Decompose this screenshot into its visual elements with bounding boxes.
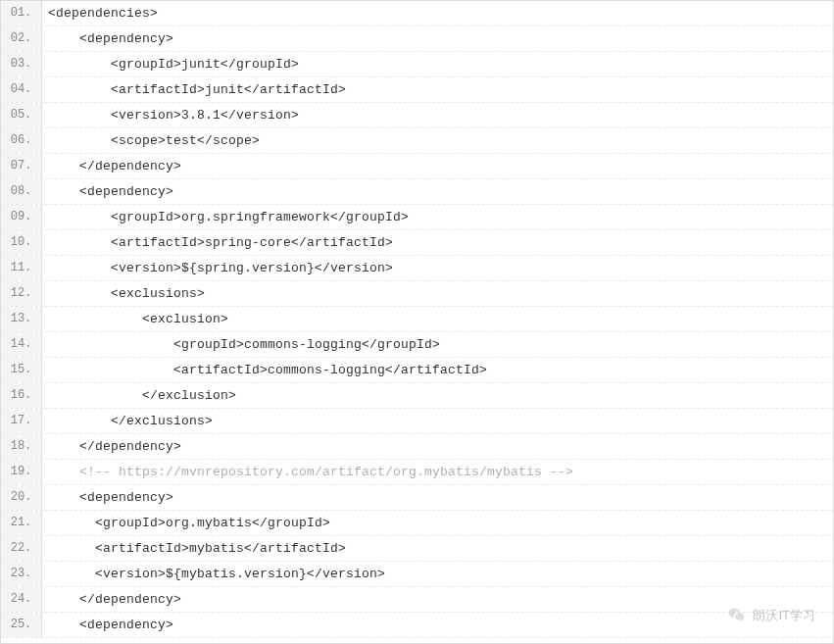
code-text: <version>${mybatis.version}</version> <box>42 567 385 581</box>
code-text: <version>3.8.1</version> <box>42 108 299 123</box>
code-line: 15. <artifactId>commons-logging</artifac… <box>1 358 833 383</box>
line-number: 24. <box>1 587 42 612</box>
code-text: </exclusions> <box>42 414 213 428</box>
code-text: <exclusions> <box>42 286 205 301</box>
code-line: 16. </exclusion> <box>1 383 833 409</box>
code-line: 23. <version>${mybatis.version}</version… <box>1 562 833 587</box>
code-line: 07. </dependency> <box>1 154 833 179</box>
code-text: <dependency> <box>42 490 173 505</box>
line-number: 03. <box>1 52 42 76</box>
code-text: <artifactId>commons-logging</artifactId> <box>42 363 487 377</box>
code-text: <dependency> <box>42 184 173 199</box>
code-text: <artifactId>spring-core</artifactId> <box>42 235 393 250</box>
code-line: 04. <artifactId>junit</artifactId> <box>1 77 833 103</box>
line-number: 15. <box>1 358 42 382</box>
line-number: 10. <box>1 230 42 255</box>
code-text: </dependency> <box>42 159 181 173</box>
line-number: 25. <box>1 613 42 637</box>
line-number: 16. <box>1 383 42 408</box>
code-line: 25. <dependency> <box>1 613 833 638</box>
line-number: 20. <box>1 485 42 510</box>
line-number: 07. <box>1 154 42 178</box>
line-number: 01. <box>1 1 42 25</box>
code-line: 02. <dependency> <box>1 26 833 52</box>
code-listing: 01.<dependencies>02. <dependency>03. <gr… <box>1 1 833 638</box>
code-text: <groupId>org.mybatis</groupId> <box>42 516 330 530</box>
code-text: </exclusion> <box>42 388 236 403</box>
code-text: <exclusion> <box>42 312 228 326</box>
line-number: 12. <box>1 281 42 306</box>
code-text: <dependency> <box>42 31 173 46</box>
code-text: <dependencies> <box>42 6 158 21</box>
code-line: 13. <exclusion> <box>1 307 833 332</box>
code-line: 24. </dependency> <box>1 587 833 613</box>
line-number: 21. <box>1 511 42 535</box>
code-text: <scope>test</scope> <box>42 133 260 148</box>
code-text: <!-- https://mvnrepository.com/artifact/… <box>42 465 573 479</box>
code-line: 06. <scope>test</scope> <box>1 128 833 154</box>
line-number: 04. <box>1 77 42 102</box>
code-text: </dependency> <box>42 592 181 607</box>
code-line: 18. </dependency> <box>1 434 833 460</box>
code-text: <artifactId>mybatis</artifactId> <box>42 541 346 556</box>
code-line: 01.<dependencies> <box>1 1 833 26</box>
code-line: 19. <!-- https://mvnrepository.com/artif… <box>1 460 833 485</box>
line-number: 17. <box>1 409 42 433</box>
line-number: 09. <box>1 205 42 229</box>
line-number: 23. <box>1 562 42 586</box>
code-text: <groupId>junit</groupId> <box>42 57 299 72</box>
line-number: 06. <box>1 128 42 153</box>
code-line: 12. <exclusions> <box>1 281 833 307</box>
code-line: 11. <version>${spring.version}</version> <box>1 256 833 281</box>
code-text: <groupId>commons-logging</groupId> <box>42 337 440 352</box>
code-text: <dependency> <box>42 618 173 632</box>
code-line: 22. <artifactId>mybatis</artifactId> <box>1 536 833 562</box>
line-number: 02. <box>1 26 42 51</box>
line-number: 11. <box>1 256 42 280</box>
code-text: </dependency> <box>42 439 181 454</box>
code-line: 21. <groupId>org.mybatis</groupId> <box>1 511 833 536</box>
code-text: <artifactId>junit</artifactId> <box>42 82 346 97</box>
line-number: 05. <box>1 103 42 127</box>
line-number: 14. <box>1 332 42 357</box>
line-number: 18. <box>1 434 42 459</box>
code-line: 09. <groupId>org.springframework</groupI… <box>1 205 833 230</box>
code-line: 14. <groupId>commons-logging</groupId> <box>1 332 833 358</box>
code-line: 08. <dependency> <box>1 179 833 205</box>
code-text: <groupId>org.springframework</groupId> <box>42 210 409 224</box>
code-line: 05. <version>3.8.1</version> <box>1 103 833 128</box>
code-line: 10. <artifactId>spring-core</artifactId> <box>1 230 833 256</box>
line-number: 08. <box>1 179 42 204</box>
line-number: 22. <box>1 536 42 561</box>
line-number: 19. <box>1 460 42 484</box>
code-line: 20. <dependency> <box>1 485 833 511</box>
line-number: 13. <box>1 307 42 331</box>
code-text: <version>${spring.version}</version> <box>42 261 393 275</box>
code-line: 03. <groupId>junit</groupId> <box>1 52 833 77</box>
code-line: 17. </exclusions> <box>1 409 833 434</box>
